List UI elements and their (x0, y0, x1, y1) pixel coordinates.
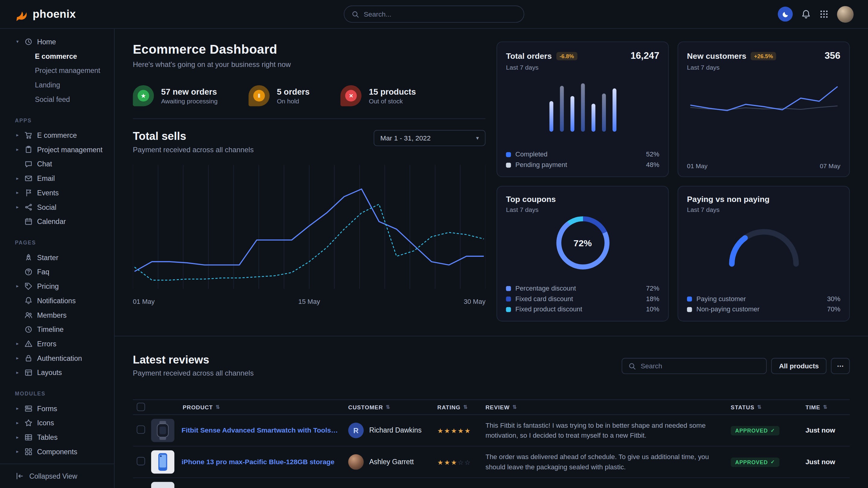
sort-icon: ⇅ (513, 404, 517, 410)
sidebar-item-layouts[interactable]: ▸Layouts (0, 365, 114, 380)
coupons-donut-chart: 72% (556, 217, 609, 269)
users-icon (25, 311, 33, 319)
sidebar-item-label: Forms (37, 404, 57, 413)
table-header: PRODUCT⇅CUSTOMER⇅RATING⇅REVIEW⇅STATUS⇅TI… (133, 399, 850, 415)
sidebar-item-icons[interactable]: ▸Icons (0, 415, 114, 430)
sidebar-item-members[interactable]: Members (0, 308, 114, 322)
review-time: Just now (806, 426, 850, 434)
product-cell (151, 482, 348, 488)
select-all-checkbox[interactable] (136, 402, 145, 411)
sidebar-item-label: Starter (37, 253, 58, 262)
sidebar-subitem-e-commerce[interactable]: E commerce (0, 49, 114, 63)
sidebar-item-timeline[interactable]: Timeline (0, 322, 114, 336)
rating-stars: ★★★☆☆ (437, 458, 486, 466)
product-link[interactable]: Fitbit Sense Advanced Smartwatch with To… (182, 426, 339, 434)
sidebar-subitem-landing[interactable]: Landing (0, 77, 114, 92)
sidebar-item-home[interactable]: ▾Home (0, 34, 114, 49)
reviews-subtitle: Payment received across all channels (133, 369, 254, 378)
stat-value: 5 orders (277, 87, 310, 96)
sidebar-item-tables[interactable]: ▸Tables (0, 430, 114, 444)
column-header-rating[interactable]: RATING⇅ (437, 404, 486, 410)
sidebar-item-label: Project management (37, 145, 102, 154)
sidebar-item-label: Social (37, 203, 56, 211)
date-range-value: Mar 1 - 31, 2022 (380, 134, 431, 142)
row-checkbox[interactable] (136, 425, 145, 434)
column-header-time[interactable]: TIME⇅ (806, 404, 850, 410)
x-axis-labels: 01 May15 May30 May (133, 297, 486, 305)
sidebar-item-email[interactable]: ▸Email (0, 171, 114, 185)
star-icon: ★ (451, 427, 458, 435)
clock-icon (25, 37, 33, 46)
brand[interactable]: phoenix (14, 7, 76, 21)
date-range-select[interactable]: Mar 1 - 31, 2022 ▾ (374, 130, 486, 146)
sidebar-item-pricing[interactable]: ▸Pricing (0, 279, 114, 293)
sidebar: ▾HomeE commerceProject managementLanding… (0, 29, 115, 488)
column-header-customer[interactable]: CUSTOMER⇅ (348, 404, 438, 410)
table-row-2: iPhone 13 pro max-Pacific Blue-128GB sto… (133, 446, 850, 478)
sidebar-item-calendar[interactable]: Calendar (0, 214, 114, 228)
paying-legend: Paying customer30%Non-paying customer70% (687, 294, 840, 314)
bell-icon (25, 296, 33, 305)
chevron-down-icon: ▾ (476, 135, 478, 141)
stat-caption: Awaiting processing (161, 98, 217, 105)
stat-text: 57 new ordersAwaiting processing (161, 87, 217, 105)
caret-icon: ▸ (15, 405, 20, 411)
sidebar-item-chat[interactable]: Chat (0, 157, 114, 171)
more-options-button[interactable]: ⋯ (831, 358, 849, 374)
caret-icon: ▸ (15, 434, 20, 440)
card-period: Last 7 days (506, 206, 659, 213)
global-search[interactable] (344, 5, 524, 23)
sidebar-item-label: Home (37, 37, 56, 46)
sidebar-item-e-commerce[interactable]: ▸E commerce (0, 128, 114, 142)
theme-toggle-button[interactable] (778, 7, 793, 22)
legend-label: Percentage discount (516, 284, 576, 292)
share-icon (25, 203, 33, 211)
sidebar-item-errors[interactable]: ▸Errors (0, 336, 114, 351)
total-orders-card: Total orders -6.8% 16,247 Last 7 days Co… (496, 42, 669, 177)
sidebar-section-label: APPS (15, 117, 114, 123)
sidebar-item-notifications[interactable]: Notifications (0, 293, 114, 308)
sidebar-item-events[interactable]: ▸Events (0, 185, 114, 200)
card-title: Top coupons (506, 195, 556, 203)
product-link[interactable]: iPhone 13 pro max-Pacific Blue-128GB sto… (182, 458, 335, 466)
apps-menu-button[interactable] (819, 9, 829, 19)
collapsed-view-toggle[interactable]: Collapsed View (0, 464, 114, 488)
sidebar-item-starter[interactable]: Starter (0, 250, 114, 265)
all-products-button[interactable]: All products (771, 358, 826, 374)
x-axis-label: 01 May (687, 163, 708, 169)
star-icon: ★ (444, 458, 451, 466)
stat-caption: Out of stock (369, 98, 416, 105)
global-search-input[interactable] (364, 10, 517, 18)
sidebar-item-project-management[interactable]: ▸Project management (0, 142, 114, 157)
column-label: REVIEW (486, 404, 510, 410)
sidebar-subitem-project-management[interactable]: Project management (0, 63, 114, 77)
sidebar-item-components[interactable]: ▸Components (0, 444, 114, 459)
reviews-search-input[interactable] (641, 362, 760, 370)
reviews-search[interactable] (622, 358, 767, 374)
sidebar-subitem-social-feed[interactable]: Social feed (0, 92, 114, 106)
caret-icon: ▸ (15, 283, 20, 289)
search-icon (352, 10, 360, 18)
caret-icon: ▸ (15, 132, 20, 138)
tag-icon (25, 282, 33, 290)
sort-icon: ⇅ (757, 404, 762, 410)
legend-value: 10% (646, 305, 659, 313)
brand-name: phoenix (33, 8, 76, 21)
column-header-review[interactable]: REVIEW⇅ (486, 404, 731, 410)
sidebar-section-label: MODULES (15, 391, 114, 397)
stat-value: 15 products (369, 87, 416, 96)
sidebar-item-label: Layouts (37, 368, 62, 377)
sidebar-item-faq[interactable]: Faq (0, 264, 114, 279)
column-header-status[interactable]: STATUS⇅ (731, 404, 806, 410)
sidebar-item-authentication[interactable]: ▸Authentication (0, 351, 114, 365)
notifications-button[interactable] (801, 9, 811, 19)
user-avatar[interactable] (837, 6, 854, 22)
customer-cell: RRichard Dawkins (348, 423, 438, 438)
row-checkbox[interactable] (136, 457, 145, 465)
sidebar-item-social[interactable]: ▸Social (0, 200, 114, 214)
status-badge: APPROVED✓ (731, 426, 780, 435)
column-header-product[interactable]: PRODUCT⇅ (151, 404, 348, 410)
sidebar-item-forms[interactable]: ▸Forms (0, 401, 114, 416)
legend-swatch (687, 307, 692, 312)
sidebar-nav: ▾HomeE commerceProject managementLanding… (0, 34, 114, 459)
